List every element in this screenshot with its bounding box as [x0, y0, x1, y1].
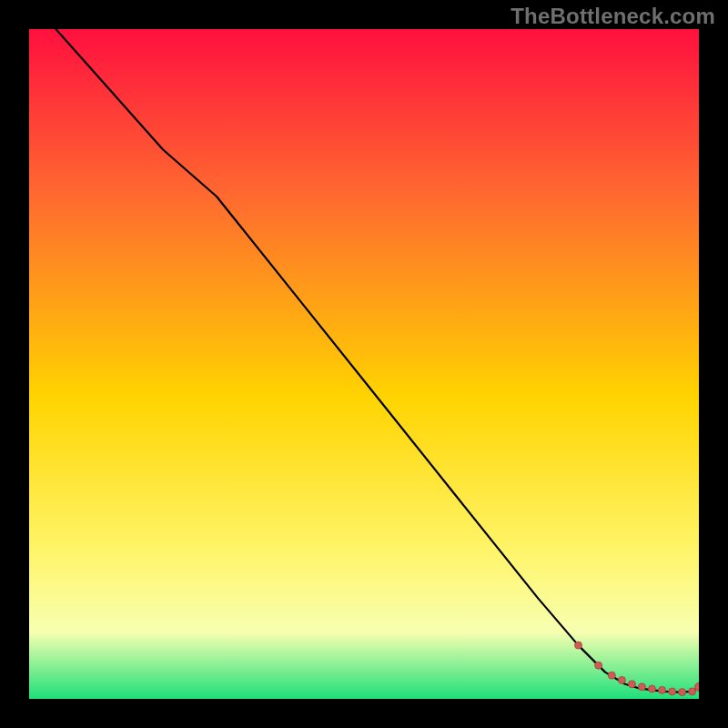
chart-frame: TheBottleneck.com — [0, 0, 728, 728]
plot-area — [29, 29, 699, 699]
marker-point — [679, 689, 686, 696]
marker-point — [669, 688, 676, 695]
watermark-text: TheBottleneck.com — [511, 4, 715, 29]
marker-point — [595, 662, 602, 669]
marker-point — [608, 672, 615, 679]
gradient-background — [29, 29, 699, 699]
marker-point — [689, 688, 696, 695]
marker-point — [575, 642, 582, 649]
marker-point — [649, 685, 656, 693]
marker-point — [638, 683, 645, 691]
marker-point — [618, 676, 625, 683]
marker-point — [628, 681, 635, 688]
plot-svg — [29, 29, 699, 699]
marker-point — [659, 686, 666, 693]
